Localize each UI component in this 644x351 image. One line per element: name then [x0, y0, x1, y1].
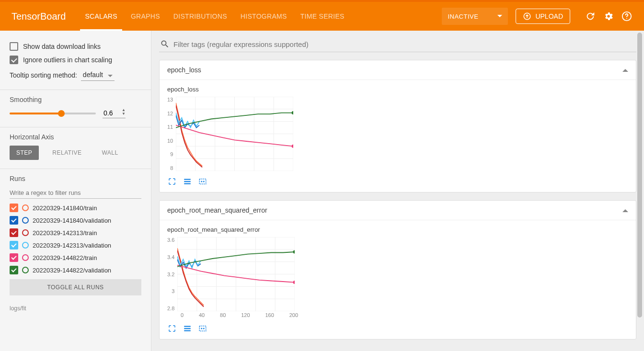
smoothing-slider[interactable]: [10, 113, 96, 114]
checkbox-icon: [10, 56, 18, 64]
run-color-swatch: [22, 229, 29, 236]
card-header[interactable]: epoch_root_mean_squared_error: [160, 201, 636, 220]
svg-point-39: [204, 328, 205, 329]
checkbox-icon: [10, 42, 18, 51]
chart-svg: [177, 237, 295, 311]
step-down-icon[interactable]: ▼: [122, 112, 126, 116]
chart-title: epoch_root_mean_squared_error: [167, 226, 628, 233]
main-panel: epoch_loss epoch_loss 1312111098 epoch_r…: [151, 31, 644, 351]
run-color-swatch: [22, 267, 29, 273]
fullscreen-button[interactable]: [167, 177, 177, 186]
run-row[interactable]: 20220329-142313/validation: [10, 239, 141, 251]
top-bar: TensorBoard SCALARSGRAPHSDISTRIBUTIONSHI…: [0, 0, 644, 31]
refresh-button[interactable]: [585, 11, 596, 22]
run-color-swatch: [22, 204, 29, 211]
scrollbar[interactable]: [636, 33, 643, 349]
run-checkbox[interactable]: [10, 216, 18, 225]
card-title: epoch_root_mean_squared_error: [167, 206, 267, 214]
upload-button-label: UPLOAD: [535, 12, 563, 20]
card-header[interactable]: epoch_loss: [160, 60, 636, 80]
scrollbar-thumb[interactable]: [637, 33, 642, 317]
scalar-card: epoch_root_mean_squared_error epoch_root…: [159, 200, 636, 340]
run-row[interactable]: 20220329-142313/train: [10, 226, 141, 239]
chevron-up-icon: [622, 206, 628, 212]
svg-point-36: [293, 250, 295, 254]
run-row[interactable]: 20220329-144822/validation: [10, 264, 141, 276]
tab-distributions[interactable]: DISTRIBUTIONS: [173, 2, 227, 31]
haxis-relative-button[interactable]: RELATIVE: [46, 146, 88, 160]
svg-point-20: [204, 181, 205, 182]
chevron-up-icon: [622, 66, 628, 72]
scalar-card: epoch_loss epoch_loss 1312111098: [159, 60, 636, 192]
fit-domain-button[interactable]: [198, 177, 207, 186]
toggle-y-axis-button[interactable]: [183, 177, 192, 186]
status-dropdown[interactable]: INACTIVE: [442, 8, 508, 25]
runs-label: Runs: [10, 175, 141, 182]
run-name: 20220329-141840/validation: [33, 217, 111, 224]
tab-histograms[interactable]: HISTOGRAMS: [241, 2, 287, 31]
run-name: 20220329-142313/train: [33, 229, 97, 237]
fullscreen-button[interactable]: [167, 324, 177, 333]
ignore-outliers-checkbox[interactable]: Ignore outliers in chart scaling: [10, 56, 141, 64]
settings-button[interactable]: [603, 11, 614, 22]
svg-point-35: [293, 281, 295, 284]
run-checkbox[interactable]: [10, 266, 18, 274]
run-color-swatch: [22, 217, 29, 224]
run-row[interactable]: 20220329-141840/train: [10, 202, 141, 214]
tab-graphs[interactable]: GRAPHS: [131, 2, 160, 31]
svg-rect-37: [199, 326, 206, 331]
chart-svg: [176, 97, 293, 171]
run-checkbox[interactable]: [10, 204, 18, 212]
x-axis-labels: 04080120160200: [167, 312, 298, 318]
svg-point-19: [201, 181, 202, 182]
chart-plot[interactable]: [176, 97, 293, 171]
run-checkbox[interactable]: [10, 253, 18, 262]
svg-point-38: [201, 328, 202, 329]
runs-filter-input[interactable]: [10, 187, 141, 199]
slider-fill: [10, 113, 61, 114]
show-download-links-checkbox[interactable]: Show data download links: [10, 42, 141, 51]
run-row[interactable]: 20220329-141840/validation: [10, 214, 141, 226]
horizontal-axis-label: Horizontal Axis: [10, 133, 141, 141]
tab-scalars[interactable]: SCALARS: [85, 2, 117, 31]
card-actions: [160, 175, 636, 192]
y-axis-labels: 3.63.43.232.8: [167, 237, 174, 311]
sidebar: Show data download links Ignore outliers…: [0, 31, 151, 351]
run-name: 20220329-144822/validation: [33, 267, 111, 274]
checkbox-label: Ignore outliers in chart scaling: [23, 56, 112, 64]
checkbox-label: Show data download links: [23, 43, 101, 50]
upload-button[interactable]: UPLOAD: [516, 9, 570, 24]
run-name: 20220329-141840/train: [33, 204, 97, 212]
fit-domain-button[interactable]: [198, 324, 207, 333]
runs-list: 20220329-141840/train 20220329-141840/va…: [10, 202, 141, 276]
slider-thumb[interactable]: [58, 110, 65, 117]
help-button[interactable]: [621, 11, 632, 22]
card-title: epoch_loss: [167, 66, 201, 74]
run-color-swatch: [22, 254, 29, 261]
haxis-wall-button[interactable]: WALL: [95, 146, 125, 160]
toggle-all-runs-button[interactable]: TOGGLE ALL RUNS: [10, 279, 141, 295]
run-checkbox[interactable]: [10, 228, 18, 237]
chart-plot[interactable]: [177, 237, 295, 311]
y-axis-labels: 1312111098: [167, 97, 173, 171]
horizontal-axis-group: STEPRELATIVEWALL: [10, 146, 141, 160]
tooltip-sort-label: Tooltip sorting method:: [10, 71, 77, 79]
tab-time-series[interactable]: TIME SERIES: [300, 2, 345, 31]
logdir-label: logs/fit: [0, 302, 151, 315]
run-checkbox[interactable]: [10, 241, 18, 249]
haxis-step-button[interactable]: STEP: [10, 146, 39, 160]
toggle-y-axis-button[interactable]: [183, 324, 192, 333]
run-color-swatch: [22, 242, 29, 249]
app-logo: TensorBoard: [12, 11, 66, 22]
tag-filter-input[interactable]: [173, 40, 635, 48]
chart-title: epoch_loss: [167, 86, 628, 93]
upload-icon: [523, 12, 531, 21]
run-row[interactable]: 20220329-144822/train: [10, 251, 141, 264]
tooltip-sort-select[interactable]: default: [81, 69, 115, 81]
smoothing-label: Smoothing: [10, 96, 141, 103]
chevron-down-icon: [497, 15, 502, 20]
tag-filter-row: [159, 36, 636, 52]
svg-point-17: [292, 111, 294, 114]
nav-tabs: SCALARSGRAPHSDISTRIBUTIONSHISTOGRAMSTIME…: [85, 2, 344, 31]
svg-point-16: [292, 145, 294, 148]
